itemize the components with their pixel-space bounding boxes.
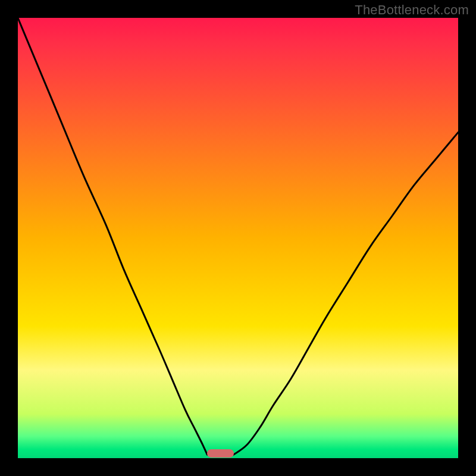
watermark-label: TheBottleneck.com [355, 2, 469, 18]
plot-background [18, 18, 458, 458]
plot-area [18, 18, 458, 458]
chart-frame: TheBottleneck.com [0, 0, 476, 476]
bottleneck-range-marker [207, 449, 233, 458]
chart-svg [18, 18, 458, 458]
